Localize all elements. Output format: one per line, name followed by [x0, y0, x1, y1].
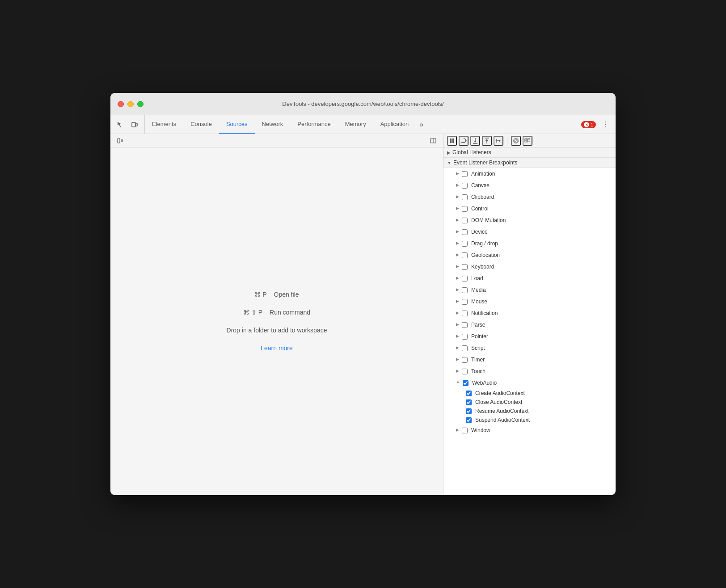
svg-text:✕: ✕: [585, 123, 588, 127]
global-listeners-header[interactable]: ▶ Global Listeners: [443, 147, 616, 158]
control-checkbox[interactable]: [462, 206, 468, 212]
maximize-button[interactable]: [137, 101, 144, 107]
more-tabs-button[interactable]: »: [416, 115, 427, 134]
bp-item-timer[interactable]: ▶ Timer: [443, 354, 616, 365]
error-count: 1: [591, 122, 593, 127]
toolbar-divider: [507, 137, 507, 145]
notification-expand-arrow: ▶: [456, 310, 459, 316]
animation-expand-arrow: ▶: [456, 171, 459, 177]
device-checkbox[interactable]: [462, 229, 468, 235]
pause-button[interactable]: [447, 136, 457, 146]
bp-item-device[interactable]: ▶ Device: [443, 226, 616, 238]
bp-item-control[interactable]: ▶ Control: [443, 203, 616, 214]
device-toolbar-button[interactable]: [128, 118, 141, 131]
bp-subitem-create-audiocontext[interactable]: Create AudioContext: [443, 389, 616, 398]
step-button[interactable]: [494, 136, 503, 146]
svg-rect-1: [136, 123, 137, 126]
script-checkbox[interactable]: [462, 345, 468, 351]
close-button[interactable]: [118, 101, 124, 107]
tab-end-area: ✕ 1 ⋮: [578, 115, 616, 134]
bp-item-canvas[interactable]: ▶ Canvas: [443, 180, 616, 191]
bp-item-notification[interactable]: ▶ Notification: [443, 307, 616, 319]
clipboard-checkbox[interactable]: [462, 194, 468, 200]
bp-subitem-suspend-audiocontext[interactable]: Suspend AudioContext: [443, 416, 616, 424]
toggle-editor-button[interactable]: [427, 134, 439, 147]
devtools-main: ⌘ P Open file ⌘ ⇧ P Run command Drop in …: [110, 134, 616, 495]
open-file-label: Open file: [274, 291, 299, 298]
keyboard-checkbox[interactable]: [462, 264, 468, 270]
bp-item-drag-drop[interactable]: ▶ Drag / drop: [443, 238, 616, 249]
device-label: Device: [471, 228, 610, 236]
deactivate-breakpoints-button[interactable]: [511, 136, 521, 146]
bp-item-media[interactable]: ▶ Media: [443, 284, 616, 296]
notification-checkbox[interactable]: [462, 311, 468, 316]
bp-item-webaudio[interactable]: ▼ WebAudio: [443, 377, 616, 389]
bp-item-pointer[interactable]: ▶ Pointer: [443, 331, 616, 342]
script-expand-arrow: ▶: [456, 345, 459, 351]
titlebar: DevTools - developers.google.com/web/too…: [110, 93, 616, 115]
window-title: DevTools - developers.google.com/web/too…: [282, 101, 443, 107]
bp-subitem-resume-audiocontext[interactable]: Resume AudioContext: [443, 407, 616, 416]
global-listeners-arrow: ▶: [447, 150, 451, 155]
bp-item-geolocation[interactable]: ▶ Geolocation: [443, 249, 616, 261]
geolocation-checkbox[interactable]: [462, 252, 468, 258]
mouse-label: Mouse: [471, 298, 610, 306]
more-options-button[interactable]: ⋮: [599, 118, 612, 131]
control-label: Control: [471, 205, 610, 213]
breakpoints-panel: ▶ Global Listeners ▼ Event Listener Brea…: [443, 147, 616, 495]
media-checkbox[interactable]: [462, 287, 468, 293]
minimize-button[interactable]: [127, 101, 134, 107]
show-navigator-button[interactable]: [114, 134, 127, 147]
error-badge[interactable]: ✕ 1: [581, 121, 596, 128]
bp-item-script[interactable]: ▶ Script: [443, 342, 616, 354]
create-audiocontext-checkbox[interactable]: [466, 391, 472, 396]
animation-checkbox[interactable]: [462, 171, 468, 177]
tab-memory[interactable]: Memory: [338, 115, 373, 134]
tab-network[interactable]: Network: [255, 115, 291, 134]
sources-empty-state: ⌘ P Open file ⌘ ⇧ P Run command Drop in …: [110, 147, 443, 495]
debugger-panel: ▶ Global Listeners ▼ Event Listener Brea…: [443, 134, 616, 495]
bp-item-touch[interactable]: ▶ Touch: [443, 365, 616, 377]
clipboard-expand-arrow: ▶: [456, 194, 459, 200]
bp-item-parse[interactable]: ▶ Parse: [443, 319, 616, 331]
resume-audiocontext-checkbox[interactable]: [466, 408, 472, 414]
window-checkbox[interactable]: [462, 428, 468, 433]
bp-item-window[interactable]: ▶ Window: [443, 424, 616, 436]
pause-on-exceptions-button[interactable]: [523, 136, 532, 146]
close-audiocontext-checkbox[interactable]: [466, 399, 472, 405]
mouse-checkbox[interactable]: [462, 299, 468, 305]
parse-checkbox[interactable]: [462, 322, 468, 328]
tab-application[interactable]: Application: [373, 115, 416, 134]
window-expand-arrow: ▶: [456, 427, 459, 433]
suspend-audiocontext-checkbox[interactable]: [466, 417, 472, 423]
bp-item-keyboard[interactable]: ▶ Keyboard: [443, 261, 616, 273]
canvas-checkbox[interactable]: [462, 183, 468, 189]
tab-performance[interactable]: Performance: [290, 115, 338, 134]
step-into-button[interactable]: [470, 136, 480, 146]
webaudio-checkbox[interactable]: [463, 380, 469, 386]
touch-checkbox[interactable]: [462, 369, 468, 374]
event-listener-breakpoints-header[interactable]: ▼ Event Listener Breakpoints: [443, 158, 616, 168]
bp-item-mouse[interactable]: ▶ Mouse: [443, 296, 616, 307]
bp-item-clipboard[interactable]: ▶ Clipboard: [443, 191, 616, 203]
load-checkbox[interactable]: [462, 276, 468, 281]
tab-elements[interactable]: Elements: [145, 115, 183, 134]
step-over-button[interactable]: [459, 136, 469, 146]
bp-item-dom-mutation[interactable]: ▶ DOM Mutation: [443, 214, 616, 226]
select-element-button[interactable]: [114, 118, 127, 131]
learn-more-link[interactable]: Learn more: [261, 344, 293, 352]
pointer-checkbox[interactable]: [462, 334, 468, 340]
dom-mutation-checkbox[interactable]: [462, 218, 468, 223]
bp-item-animation[interactable]: ▶ Animation: [443, 168, 616, 180]
step-out-button[interactable]: [482, 136, 492, 146]
tab-console[interactable]: Console: [183, 115, 219, 134]
drag-drop-checkbox[interactable]: [462, 241, 468, 247]
bp-item-load[interactable]: ▶ Load: [443, 273, 616, 284]
bp-subitem-close-audiocontext[interactable]: Close AudioContext: [443, 398, 616, 407]
pointer-expand-arrow: ▶: [456, 333, 459, 340]
devtools-tabbar: Elements Console Sources Network Perform…: [110, 115, 616, 134]
timer-checkbox[interactable]: [462, 357, 468, 363]
dom-mutation-expand-arrow: ▶: [456, 217, 459, 223]
geolocation-label: Geolocation: [471, 251, 610, 259]
tab-sources[interactable]: Sources: [219, 115, 255, 134]
